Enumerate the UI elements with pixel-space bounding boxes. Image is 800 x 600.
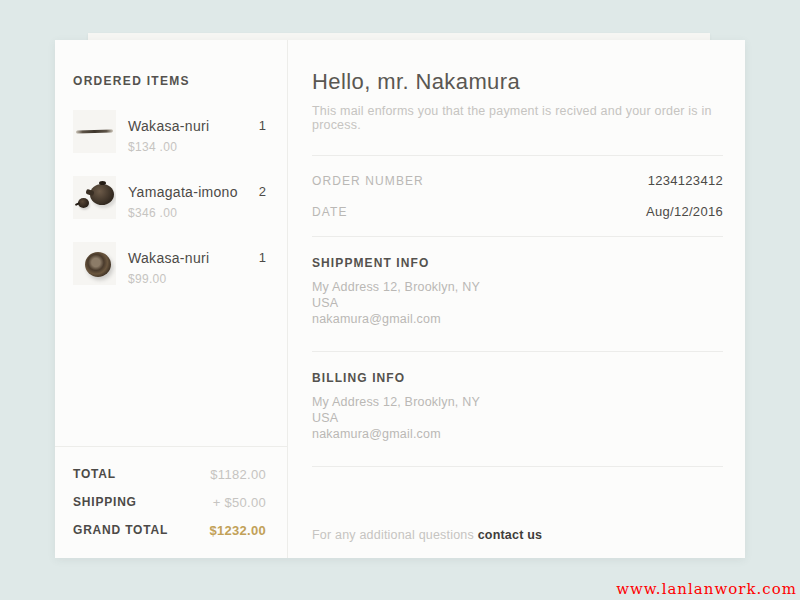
shipment-address-line: My Address 12, Brooklyn, NY <box>312 279 723 295</box>
item-quantity: 1 <box>259 242 266 265</box>
item-quantity: 1 <box>259 110 266 133</box>
intro-text: This mail enforms you that the payment i… <box>312 104 723 132</box>
billing-email-line: nakamura@gmail.com <box>312 426 723 442</box>
item-name: Wakasa-nuri <box>128 250 209 266</box>
order-number-row: ORDER NUMBER 1234123412 <box>312 165 723 196</box>
item-price: $99.00 <box>128 272 209 286</box>
shipment-country-line: USA <box>312 295 723 311</box>
shipment-email-line: nakamura@gmail.com <box>312 311 723 327</box>
billing-address-line: My Address 12, Brooklyn, NY <box>312 394 723 410</box>
shipment-info: SHIPPMENT INFO My Address 12, Brooklyn, … <box>312 237 723 352</box>
grand-total-row: GRAND TOTAL $1232.00 <box>73 516 266 544</box>
contact-us-link[interactable]: contact us <box>478 528 543 542</box>
item-list: Wakasa-nuri $134 .00 1 Yamagata-imono $3… <box>73 110 287 286</box>
list-item: Yamagata-imono $346 .00 2 <box>73 176 287 220</box>
order-number-label: ORDER NUMBER <box>312 174 424 188</box>
grand-total-label: GRAND TOTAL <box>73 523 168 537</box>
footer-note: For any additional questions contact us <box>312 528 542 542</box>
item-name: Wakasa-nuri <box>128 118 209 134</box>
billing-info: BILLING INFO My Address 12, Brooklyn, NY… <box>312 352 723 467</box>
bowl-photo <box>73 242 116 285</box>
list-item: Wakasa-nuri $99.00 1 <box>73 242 287 286</box>
order-meta: ORDER NUMBER 1234123412 DATE Aug/12/2016 <box>312 155 723 237</box>
page-title: Hello, mr. Nakamura <box>312 69 723 95</box>
total-row: TOTAL $1182.00 <box>73 460 266 488</box>
date-row: DATE Aug/12/2016 <box>312 196 723 227</box>
ordered-items-panel: ORDERED ITEMS Wakasa-nuri $134 .00 1 Yam… <box>55 40 288 558</box>
date-value: Aug/12/2016 <box>646 204 723 219</box>
order-confirmation-card: ORDERED ITEMS Wakasa-nuri $134 .00 1 Yam… <box>55 40 745 558</box>
totals-section: TOTAL $1182.00 SHIPPING + $50.00 GRAND T… <box>55 446 287 558</box>
shipping-row: SHIPPING + $50.00 <box>73 488 266 516</box>
total-value: $1182.00 <box>210 467 266 482</box>
iron-kettle-photo <box>73 176 116 219</box>
watermark: www.lanlanwork.com <box>616 580 797 598</box>
item-name: Yamagata-imono <box>128 184 238 200</box>
order-number-value: 1234123412 <box>648 173 723 188</box>
date-label: DATE <box>312 205 348 219</box>
billing-country-line: USA <box>312 410 723 426</box>
shipment-info-title: SHIPPMENT INFO <box>312 256 723 270</box>
item-price: $346 .00 <box>128 206 238 220</box>
chopsticks-photo <box>73 110 116 153</box>
billing-info-title: BILLING INFO <box>312 371 723 385</box>
order-details-panel: Hello, mr. Nakamura This mail enforms yo… <box>288 40 745 558</box>
total-label: TOTAL <box>73 467 116 481</box>
item-quantity: 2 <box>259 176 266 199</box>
item-price: $134 .00 <box>128 140 209 154</box>
ordered-items-title: ORDERED ITEMS <box>73 74 287 88</box>
grand-total-value: $1232.00 <box>209 523 266 538</box>
shipping-label: SHIPPING <box>73 495 137 509</box>
footer-text: For any additional questions <box>312 528 474 542</box>
shipping-value: + $50.00 <box>213 495 266 510</box>
list-item: Wakasa-nuri $134 .00 1 <box>73 110 287 154</box>
